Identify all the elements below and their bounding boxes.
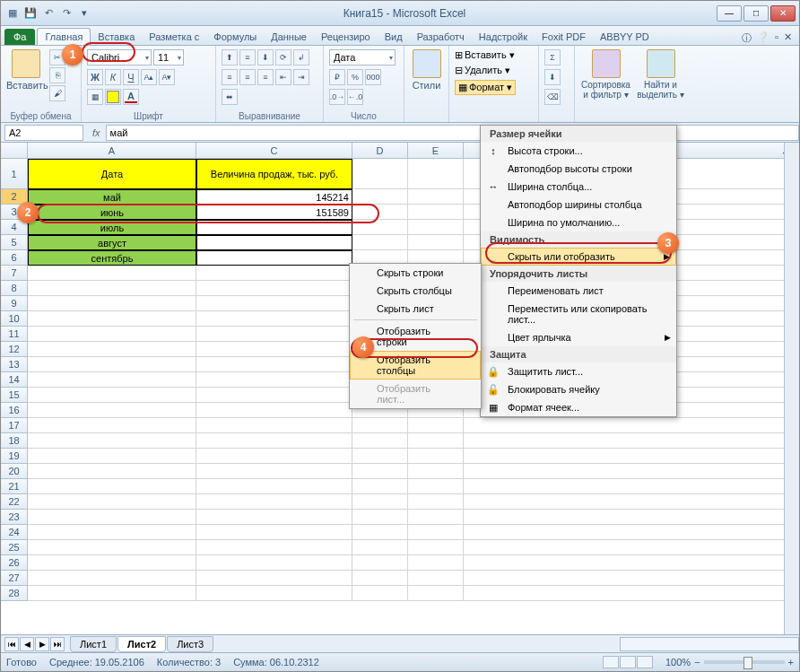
row-header[interactable]: 25 [1,540,28,555]
underline-button[interactable]: Ч [123,69,139,85]
row-header[interactable]: 16 [1,403,28,418]
cell[interactable] [352,159,408,189]
grow-font-icon[interactable]: A▴ [141,69,157,85]
row-header[interactable]: 10 [1,311,28,327]
submenu-hide-rows[interactable]: Скрыть строки [350,264,481,282]
cell[interactable] [28,403,196,418]
menu-autofit-col[interactable]: Автоподбор ширины столбца [481,196,676,214]
menu-col-width[interactable]: ↔Ширина столбца... [481,178,676,196]
view-normal-icon[interactable] [603,656,619,668]
cell[interactable] [196,479,352,494]
cell[interactable] [408,510,464,525]
row-header[interactable]: 9 [1,296,28,311]
cell[interactable] [28,342,196,357]
cell[interactable] [196,510,352,525]
sheet-nav-next[interactable]: ▶ [35,637,49,651]
align-center-icon[interactable]: ≡ [239,69,256,85]
cell[interactable] [196,327,352,342]
cell[interactable] [352,235,408,250]
cell[interactable] [408,571,464,586]
menu-format-cells[interactable]: ▦Формат ячеек... [481,398,676,416]
cell[interactable] [28,388,196,403]
cells-delete[interactable]: ⊟ Удалить ▾ [455,65,510,76]
minimize-ribbon-icon[interactable]: ⓘ [742,31,752,45]
redo-icon[interactable]: ↷ [58,5,74,22]
cell[interactable] [408,418,464,433]
cell[interactable] [196,296,352,311]
ribbon-opts-icon[interactable]: ▫ [775,31,778,45]
cell[interactable] [196,571,352,586]
row-header[interactable]: 7 [1,266,28,281]
align-right-icon[interactable]: ≡ [257,69,274,85]
cell[interactable] [196,235,352,250]
merge-icon[interactable]: ⬌ [222,89,238,105]
number-format[interactable]: Дата [329,49,396,65]
row-header[interactable]: 17 [1,418,28,433]
cell[interactable]: июнь [28,205,196,220]
vertical-scrollbar[interactable] [784,143,799,634]
indent-inc-icon[interactable]: ⇥ [293,69,309,85]
cell[interactable] [196,311,352,327]
help-icon[interactable]: ❔ [757,31,770,45]
font-size[interactable]: 11 [153,49,184,65]
row-header[interactable]: 12 [1,342,28,357]
cells-format[interactable]: ▦ Формат ▾ [455,80,516,95]
cell[interactable] [408,433,464,449]
zoom-control[interactable]: 100% − + [665,657,794,668]
tab-addins[interactable]: Надстройк [472,29,535,45]
tab-file[interactable]: Фа [4,29,35,45]
select-all-corner[interactable] [1,143,28,158]
menu-lock-cell[interactable]: 🔓Блокировать ячейку [481,380,676,398]
cell[interactable] [352,433,408,449]
sort-filter-button[interactable]: Сортировка и фильтр ▾ [580,49,631,100]
cell[interactable] [352,189,408,205]
comma-icon[interactable]: 000 [365,69,381,85]
cell[interactable] [196,342,352,357]
row-header[interactable]: 28 [1,586,28,601]
cell[interactable]: август [28,235,196,250]
cell[interactable] [196,357,352,372]
cell[interactable] [196,586,352,601]
sheet-tab-3[interactable]: Лист3 [167,636,213,652]
cell[interactable] [352,479,408,494]
tab-abbyy[interactable]: ABBYY PD [593,29,657,45]
tab-review[interactable]: Рецензиро [314,29,378,45]
cell[interactable] [352,220,408,235]
align-mid-icon[interactable]: ≡ [239,49,256,65]
borders-icon[interactable]: ▦ [87,89,103,105]
shrink-font-icon[interactable]: A▾ [159,69,175,85]
cell[interactable] [28,327,196,342]
save-icon[interactable]: 💾 [22,5,39,22]
tab-foxit[interactable]: Foxit PDF [535,29,593,45]
row-header[interactable]: 27 [1,571,28,586]
cell[interactable] [352,510,408,525]
cell[interactable] [196,449,352,464]
cell[interactable] [28,555,196,571]
cell[interactable] [28,449,196,464]
sheet-nav-first[interactable]: ⏮ [4,637,19,651]
cell[interactable] [408,464,464,479]
cell[interactable] [352,449,408,464]
horizontal-scrollbar[interactable] [620,637,799,651]
doc-close-icon[interactable]: ✕ [784,31,792,45]
cell[interactable] [408,235,464,250]
cell[interactable] [28,296,196,311]
font-color-button[interactable]: A [123,89,139,105]
cells-insert[interactable]: ⊞ Вставить ▾ [455,49,515,61]
cell[interactable] [28,266,196,281]
col-header-d[interactable]: D [352,143,408,158]
cell[interactable] [408,189,464,205]
tab-home[interactable]: Главная [37,28,91,45]
formula-bar[interactable]: май [106,125,799,141]
menu-default-width[interactable]: Ширина по умолчанию... [481,214,676,231]
percent-icon[interactable]: % [347,69,363,85]
cell[interactable] [352,555,408,571]
col-header-c[interactable]: C [196,143,352,158]
row-header[interactable]: 19 [1,449,28,464]
cell[interactable]: Величина продаж, тыс. руб. [196,159,352,189]
cell[interactable] [196,250,352,266]
menu-hide-unhide[interactable]: Скрыть или отобразить▶ [481,248,676,266]
menu-protect-sheet[interactable]: 🔒Защитить лист... [481,362,676,380]
row-header[interactable]: 11 [1,327,28,342]
clear-icon[interactable]: ⌫ [544,89,561,105]
